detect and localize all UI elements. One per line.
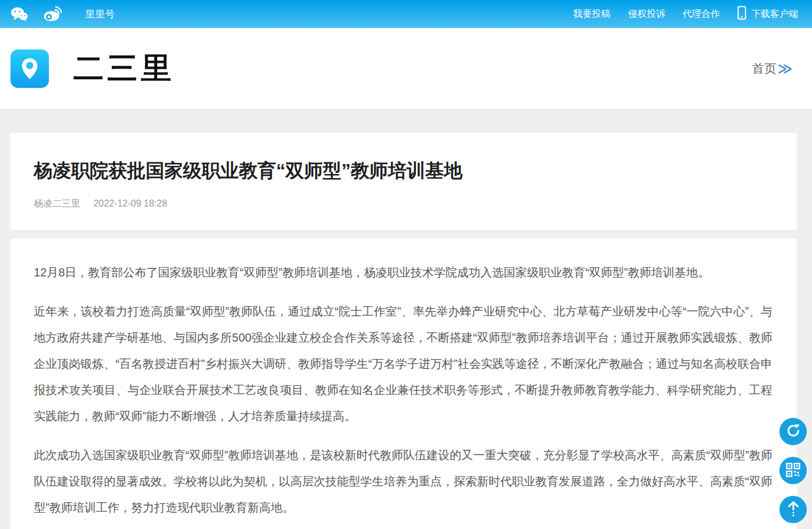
home-link-label: 首页 [752, 61, 776, 77]
qrcode-button[interactable] [779, 457, 807, 484]
topbar-right: 我要投稿 侵权投诉 代理合作 下载客户端 [573, 6, 798, 22]
location-pin-icon [10, 49, 49, 88]
arrow-up-icon [786, 500, 800, 519]
article-title: 杨凌职院获批国家级职业教育“双师型”教师培训基地 [34, 159, 774, 182]
topbar-link-report[interactable]: 侵权投诉 [628, 8, 665, 20]
home-link[interactable]: 首页 ≫ [752, 61, 792, 77]
refresh-button[interactable] [779, 418, 807, 445]
site-header: 二三里 首页 ≫ [0, 28, 812, 109]
article-body-card: 12月8日，教育部公布了国家级职业教育“双师型”教师培训基地，杨凌职业技术学院成… [10, 239, 797, 529]
topbar-brand-link[interactable]: 里里号 [85, 8, 115, 21]
topbar-link-submit[interactable]: 我要投稿 [573, 8, 610, 20]
logo-text: 二三里 [73, 48, 175, 89]
qrcode-icon [786, 463, 800, 479]
phone-icon [737, 6, 746, 22]
floating-toolbar [779, 418, 807, 523]
back-to-top-button[interactable] [779, 496, 807, 523]
topbar-left: 里里号 [10, 6, 115, 22]
topbar-link-cooperate[interactable]: 代理合作 [683, 8, 720, 20]
wechat-icon[interactable] [10, 6, 28, 22]
weibo-icon[interactable] [43, 6, 62, 22]
main-content: 杨凌职院获批国家级职业教育“双师型”教师培训基地 杨凌二三里 2022-12-0… [0, 109, 812, 529]
article-date: 2022-12-09 18:28 [93, 198, 167, 208]
article-paragraph: 此次成功入选国家级职业教育“双师型”教师培训基地，是该校新时代教师队伍建设的又一… [34, 442, 772, 521]
article-author: 杨凌二三里 [34, 198, 80, 208]
article-paragraph: 12月8日，教育部公布了国家级职业教育“双师型”教师培训基地，杨凌职业技术学院成… [34, 260, 772, 286]
download-app-label: 下载客户端 [751, 8, 798, 20]
article-meta: 杨凌二三里 2022-12-09 18:28 [34, 198, 774, 210]
site-logo[interactable]: 二三里 [10, 48, 175, 89]
double-chevron-right-icon: ≫ [778, 61, 792, 77]
refresh-icon [786, 423, 801, 440]
article-header-card: 杨凌职院获批国家级职业教育“双师型”教师培训基地 杨凌二三里 2022-12-0… [10, 133, 797, 230]
article-paragraph: 近年来，该校着力打造高质量“双师型”教师队伍，通过成立“院士工作室”、率先举办蜂… [34, 299, 772, 429]
topbar: 里里号 我要投稿 侵权投诉 代理合作 下载客户端 [0, 0, 812, 28]
topbar-link-download-app[interactable]: 下载客户端 [737, 6, 798, 22]
